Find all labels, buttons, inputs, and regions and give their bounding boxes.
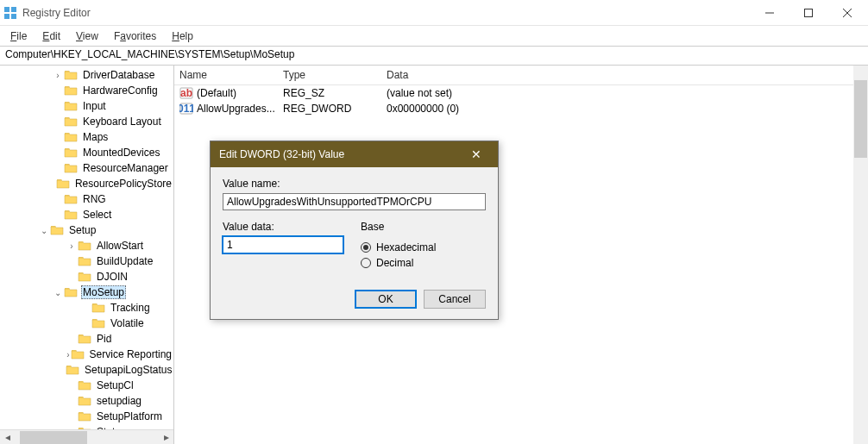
titlebar: Registry Editor [0,0,868,26]
radio-icon [361,258,371,268]
dialog-body: Value name: Value data: Base Hexadecimal… [211,167,498,319]
scroll-thumb[interactable] [20,431,87,444]
radio-dec[interactable]: Decimal [361,255,486,271]
list-vscrollbar[interactable] [853,66,868,444]
svg-text:011: 011 [179,103,193,115]
tree-item-label: Maps [81,131,110,143]
tree-item[interactable]: Input [0,98,173,114]
tree-item-label: DJOIN [95,271,129,283]
svg-rect-5 [804,9,812,16]
tree-item-label: RNG [81,193,108,205]
tree-item[interactable]: RNG [0,191,173,207]
tree-item[interactable]: Tracking [0,300,173,316]
tree-item[interactable]: ⌄Setup [0,222,173,238]
tree-item-label: DriverDatabase [81,69,156,81]
reg-dword-icon: 011 [179,102,193,116]
tree-item[interactable]: Maps [0,129,173,145]
tree-item[interactable]: ResourceManager [0,160,173,176]
tree-item[interactable]: ResourcePolicyStore [0,176,173,191]
cancel-button[interactable]: Cancel [424,290,486,309]
folder-icon [91,317,105,329]
col-data[interactable]: Data [381,67,868,83]
tree-hscrollbar[interactable]: ◂ ▸ [0,429,173,444]
maximize-button[interactable] [789,0,827,25]
list-header: Name Type Data [174,66,868,85]
tree-item[interactable]: HardwareConfig [0,83,173,98]
col-name[interactable]: Name [174,67,278,83]
folder-icon [64,147,78,159]
folder-icon [66,364,79,376]
folder-icon [64,162,78,174]
tree-item-label: Setup [67,224,97,236]
app-icon [3,6,17,20]
menu-file[interactable]: File [3,28,34,44]
menu-help[interactable]: Help [165,28,200,44]
chevron-right-icon[interactable]: › [66,241,78,251]
folder-icon [64,209,78,221]
value-name-label: Value name: [223,178,486,190]
tree-item[interactable]: ›DriverDatabase [0,67,173,83]
tree-item-label: SetupapiLogStatus [83,364,173,376]
minimize-button[interactable] [750,0,789,25]
col-type[interactable]: Type [278,67,381,83]
dialog-close-button[interactable]: ✕ [463,141,489,167]
ok-button[interactable]: OK [355,290,417,309]
tree-item[interactable]: MountedDevices [0,145,173,160]
tree-item[interactable]: Keyboard Layout [0,114,173,129]
tree-item[interactable]: ⌄MoSetup [0,285,173,300]
tree-item-label: Service Reporting [88,348,173,360]
folder-icon [64,84,78,97]
tree-item[interactable]: Select [0,207,173,222]
folder-icon [71,348,85,360]
list-row[interactable]: ab(Default)REG_SZ(value not set) [174,85,868,101]
scroll-left-icon[interactable]: ◂ [0,430,15,445]
menu-favorites[interactable]: Favorites [107,28,163,44]
address-bar[interactable]: Computer\HKEY_LOCAL_MACHINE\SYSTEM\Setup… [0,47,868,66]
tree-item-label: Select [81,209,113,221]
window-title: Registry Editor [22,7,750,19]
tree-item-label: MountedDevices [81,147,161,159]
tree-item-label: AllowStart [95,240,145,252]
folder-icon [78,410,91,422]
list-row[interactable]: 011AllowUpgrades...REG_DWORD0x00000000 (… [174,101,868,116]
tree-item[interactable]: ›Service Reporting [0,347,173,362]
radio-icon [361,242,371,253]
tree-item[interactable]: Volatile [0,316,173,331]
folder-icon [64,116,78,128]
folder-icon [56,178,70,190]
tree-item-label: Volatile [109,317,146,329]
menu-edit[interactable]: Edit [35,28,67,44]
tree-item[interactable]: ›AllowStart [0,238,173,253]
scroll-thumb[interactable] [854,80,867,158]
tree-item[interactable]: SetupPlatform [0,409,173,424]
tree-item[interactable]: setupdiag [0,393,173,409]
tree-item-label: setupdiag [95,395,143,407]
svg-rect-3 [11,14,16,19]
tree-item[interactable]: DJOIN [0,269,173,285]
tree-item-label: Pid [95,333,113,345]
chevron-down-icon[interactable]: ⌄ [38,226,50,235]
tree-item[interactable]: Pid [0,331,173,347]
radio-hex[interactable]: Hexadecimal [361,240,486,255]
menu-view[interactable]: View [69,28,105,44]
dialog-titlebar[interactable]: Edit DWORD (32-bit) Value ✕ [211,141,498,167]
value-data: 0x00000000 (0) [381,103,868,115]
folder-icon [78,255,91,267]
tree-content: ›DriverDatabaseHardwareConfigInputKeyboa… [0,66,173,429]
dialog-title: Edit DWORD (32-bit) Value [219,148,463,160]
tree-item[interactable]: SetupCl [0,378,173,393]
scroll-track[interactable] [15,430,159,445]
chevron-down-icon[interactable]: ⌄ [52,288,64,297]
tree-item[interactable]: BuildUpdate [0,253,173,269]
folder-icon [50,224,64,236]
close-button[interactable] [827,0,866,25]
tree-item-label: Input [81,100,108,112]
radio-hex-label: Hexadecimal [376,241,436,253]
value-data-input[interactable] [223,236,343,253]
tree-item-label: ResourceManager [81,162,170,174]
value-name-input[interactable] [223,193,486,210]
tree-item[interactable]: SetupapiLogStatus [0,362,173,378]
scroll-right-icon[interactable]: ▸ [159,430,173,445]
chevron-right-icon[interactable]: › [52,71,64,80]
folder-icon [64,286,78,298]
